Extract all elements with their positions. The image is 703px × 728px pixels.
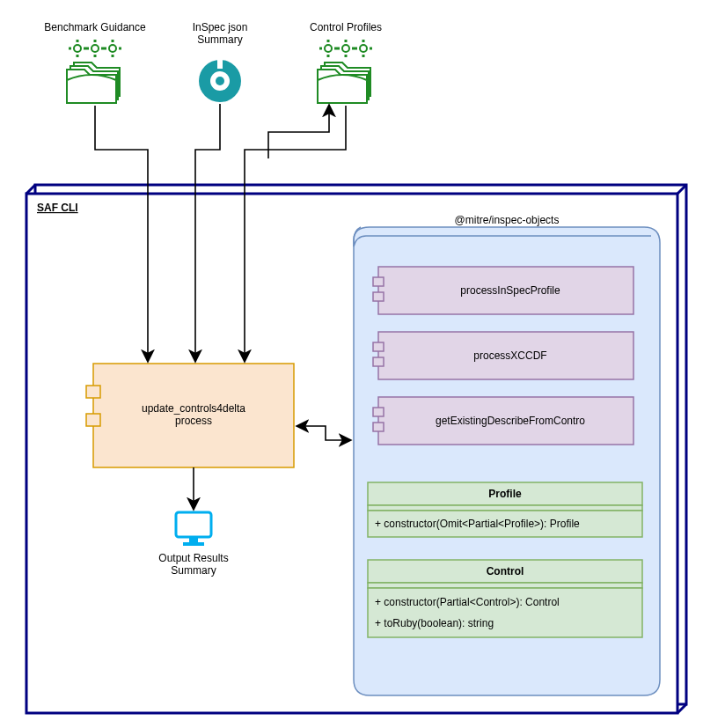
control-profiles-icon: [318, 40, 372, 103]
inspec-summary-icon: [199, 56, 241, 102]
control-class-name: Control: [487, 565, 524, 577]
svg-rect-17: [86, 414, 100, 426]
arrow-into-control-profiles: [268, 106, 329, 158]
svg-rect-6: [217, 56, 223, 69]
process-label-1: update_controls4delta: [142, 402, 245, 415]
inspec-summary-label-2: Summary: [197, 33, 242, 46]
profile-class-ctor: + constructor(Omit<Partial<Profile>): Pr…: [375, 518, 580, 530]
component-3-label: getExistingDescribeFromContro: [436, 415, 585, 427]
svg-rect-16: [86, 386, 100, 398]
output-label-2: Summary: [171, 564, 216, 577]
svg-rect-25: [373, 342, 384, 351]
svg-rect-26: [373, 357, 384, 366]
component-1-label: processInSpecProfile: [460, 284, 560, 297]
svg-rect-23: [373, 292, 384, 301]
inspec-summary-label-1: InSpec json: [193, 21, 248, 33]
component-2-label: processXCCDF: [473, 349, 546, 362]
svg-rect-31: [368, 505, 642, 511]
svg-point-5: [216, 77, 224, 85]
svg-rect-29: [373, 423, 384, 431]
saf-cli-title: SAF CLI: [37, 202, 78, 214]
process-label-2: process: [175, 415, 212, 427]
benchmark-guidance-label: Benchmark Guidance: [44, 21, 146, 33]
svg-rect-18: [176, 512, 211, 537]
svg-rect-28: [373, 408, 384, 416]
svg-rect-20: [183, 542, 204, 546]
svg-point-1: [92, 45, 99, 52]
svg-rect-34: [368, 583, 642, 588]
control-class-ctor: + constructor(Partial<Control>): Control: [375, 596, 560, 608]
control-profiles-label: Control Profiles: [310, 21, 382, 33]
svg-point-8: [342, 45, 349, 52]
control-class-m1: + toRuby(boolean): string: [375, 617, 494, 629]
package-title: @mitre/inspec-objects: [455, 214, 560, 226]
svg-rect-19: [189, 537, 198, 542]
svg-point-9: [360, 45, 367, 52]
output-label-1: Output Results: [158, 552, 228, 564]
benchmark-guidance-icon: [67, 40, 121, 103]
svg-point-0: [74, 45, 81, 52]
svg-point-2: [109, 45, 116, 52]
svg-point-7: [325, 45, 332, 52]
svg-rect-22: [373, 277, 384, 286]
profile-class-name: Profile: [488, 488, 522, 500]
